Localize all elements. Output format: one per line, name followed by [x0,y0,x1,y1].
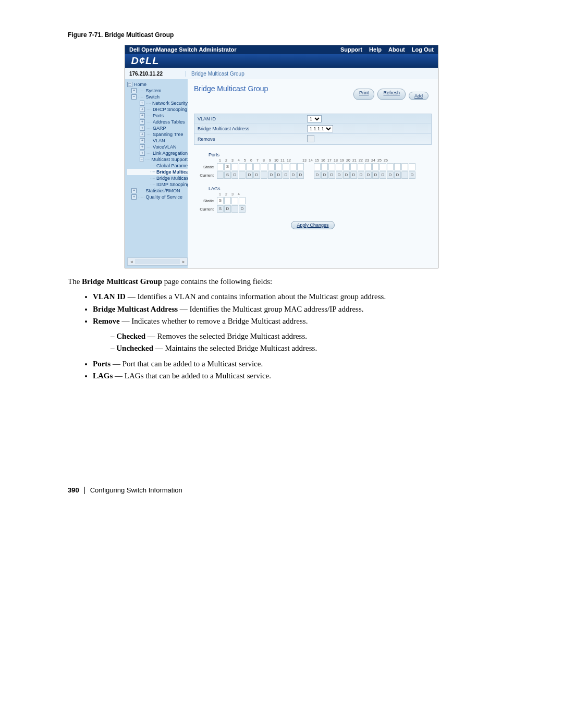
port-cell[interactable] [314,163,321,170]
port-cell[interactable] [239,163,246,170]
expand-icon[interactable]: + [140,151,145,156]
expand-icon[interactable]: + [131,194,137,200]
port-cell[interactable] [321,163,328,170]
port-cell[interactable] [253,163,260,170]
nav-dhcp-snooping[interactable]: +····DHCP Snooping [127,106,188,113]
port-cell[interactable] [401,163,408,170]
port-cell[interactable]: D [268,171,275,179]
port-cell[interactable]: D [231,171,238,179]
port-cell[interactable] [275,163,282,170]
nav-bridge-multicast-f[interactable]: ····Bridge Multicast F [127,175,188,181]
port-cell[interactable]: D [224,205,231,213]
port-cell[interactable] [336,163,342,170]
scroll-right-icon[interactable]: ▸ [181,258,186,265]
collapse-icon[interactable]: − [140,157,143,162]
nav-bridge-multicast[interactable]: ····Bridge Multicast [127,169,188,175]
port-cell[interactable]: D [297,171,304,179]
expand-icon[interactable]: + [140,144,145,150]
port-cell[interactable]: D [336,171,342,179]
about-link[interactable]: About [388,46,405,53]
port-cell[interactable] [328,163,335,170]
expand-icon[interactable]: + [140,107,145,112]
port-cell[interactable] [239,171,246,179]
port-cell[interactable] [401,171,408,179]
nav-igmp-snooping[interactable]: ····IGMP Snooping [127,181,188,188]
nav-scrollbar[interactable]: ◂ ▸ [127,257,188,266]
port-cell[interactable] [261,171,267,179]
port-cell[interactable]: D [394,171,401,179]
port-cell[interactable] [387,163,394,170]
port-cell[interactable]: D [275,171,282,179]
nav-vlan[interactable]: +····VLAN [127,138,188,144]
port-cell[interactable]: D [365,171,372,179]
port-cell[interactable]: S [224,163,231,170]
port-cell[interactable]: D [253,171,260,179]
port-cell[interactable] [239,197,246,204]
port-cell[interactable]: D [283,171,289,179]
scroll-track[interactable] [135,259,180,264]
expand-icon[interactable]: + [131,88,137,93]
port-cell[interactable] [358,163,364,170]
port-cell[interactable] [343,163,350,170]
port-cell[interactable] [394,163,401,170]
bma-select[interactable]: 1.1.1.1 [307,125,333,132]
port-cell[interactable]: D [314,171,321,179]
port-cell[interactable] [231,163,238,170]
port-cell[interactable] [224,197,231,204]
collapse-icon[interactable]: − [131,94,137,100]
nav-spanning-tree[interactable]: +····Spanning Tree [127,131,188,138]
port-cell[interactable]: S [217,205,224,213]
nav-switch[interactable]: −·····Switch [127,94,188,100]
port-cell[interactable]: D [350,171,357,179]
nav-link-aggregation[interactable]: +····Link Aggregation [127,150,188,156]
port-cell[interactable]: D [380,171,386,179]
help-link[interactable]: Help [369,46,382,53]
scroll-left-icon[interactable]: ◂ [129,258,134,265]
port-cell[interactable] [283,163,289,170]
expand-icon[interactable]: + [140,119,145,125]
nav-garp[interactable]: +····GARP [127,125,188,131]
port-cell[interactable] [297,163,304,170]
port-cell[interactable]: D [343,171,350,179]
port-cell[interactable]: D [239,205,246,213]
nav-system[interactable]: +·····System [127,88,188,94]
nav-ports[interactable]: +····Ports [127,113,188,119]
port-cell[interactable] [261,163,267,170]
expand-icon[interactable]: + [140,132,145,137]
add-button[interactable]: Add [409,92,429,100]
port-cell[interactable] [350,163,357,170]
port-cell[interactable] [372,163,379,170]
port-cell[interactable] [380,163,386,170]
remove-checkbox[interactable] [307,135,314,142]
port-cell[interactable] [231,205,238,213]
port-cell[interactable]: D [246,171,253,179]
port-cell[interactable] [365,163,372,170]
refresh-button[interactable]: Refresh [377,89,406,100]
port-cell[interactable] [217,163,224,170]
nav-statistics-rmon[interactable]: +·····Statistics/RMON [127,188,188,194]
port-cell[interactable]: D [372,171,379,179]
nav-voicevlan[interactable]: +····VoiceVLAN [127,144,188,150]
print-button[interactable]: Print [353,89,375,100]
port-cell[interactable] [268,163,275,170]
port-cell[interactable]: D [328,171,335,179]
support-link[interactable]: Support [340,46,362,53]
nav-global-parameters[interactable]: ····Global Parameters [127,163,188,169]
nav-multicast-support[interactable]: −····Multicast Support [127,156,188,163]
expand-icon[interactable]: + [131,188,137,193]
expand-icon[interactable]: + [140,126,145,131]
nav-quality-of-service[interactable]: +·····Quality of Service [127,194,188,200]
port-cell[interactable]: D [409,171,415,179]
expand-icon[interactable]: + [140,113,145,118]
port-cell[interactable]: D [358,171,364,179]
port-cell[interactable] [246,163,253,170]
port-cell[interactable] [409,163,415,170]
port-cell[interactable]: D [290,171,297,179]
port-cell[interactable]: D [321,171,328,179]
port-cell[interactable]: S [217,197,224,204]
nav-home[interactable]: ▭Home [127,81,188,88]
expand-icon[interactable]: + [140,101,144,106]
nav-network-security[interactable]: +····Network Security [127,100,188,106]
vlan-id-select[interactable]: 1 [307,115,322,122]
apply-changes-button[interactable]: Apply Changes [291,221,334,229]
